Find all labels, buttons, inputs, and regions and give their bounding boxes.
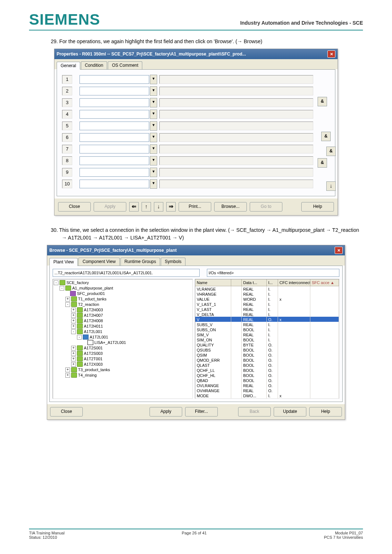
io-row[interactable]: VREALO.x [195, 317, 339, 322]
tree-item[interactable]: +T1_educt_tanks [54, 296, 192, 302]
io-row[interactable]: QCHF_HLBOOLO. [195, 373, 339, 378]
address-input[interactable] [79, 156, 149, 165]
dropdown-icon[interactable]: ▼ [150, 98, 157, 107]
tree-item[interactable]: SFC_product01 [54, 291, 192, 296]
nav-down-button[interactable]: ↓ [154, 202, 163, 212]
apply-button[interactable]: Apply [94, 202, 126, 212]
dropdown-icon[interactable]: ▼ [150, 75, 157, 84]
tree-item[interactable]: +A1T2S003 [54, 351, 192, 356]
tab-general[interactable]: General [57, 62, 80, 70]
value-input[interactable] [159, 110, 313, 119]
value-input[interactable] [159, 180, 313, 188]
expand-icon[interactable]: + [71, 357, 76, 361]
dropdown-icon[interactable]: ▼ [150, 121, 157, 131]
dropdown-icon[interactable]: ▼ [150, 86, 157, 96]
tree-item[interactable]: +A1T2H003 [54, 307, 192, 313]
io-row[interactable]: MODEDWO...I.x [195, 393, 339, 398]
and-button-3[interactable]: & [326, 147, 336, 156]
value-input[interactable] [159, 98, 313, 107]
expand-icon[interactable]: + [71, 351, 76, 356]
tree-item[interactable]: +T3_product_tanks [54, 367, 192, 373]
tab-oscomment[interactable]: OS Comment [108, 61, 142, 69]
goto-button[interactable]: Go to [250, 202, 282, 212]
expand-icon[interactable]: - [71, 329, 76, 334]
io-row[interactable]: VHRANGEREALI. [195, 291, 339, 296]
tree-item[interactable]: -A1_multipurpose_plant [54, 286, 192, 291]
and-button-1[interactable]: & [318, 97, 327, 106]
help-button[interactable]: Help [301, 202, 334, 212]
path-input[interactable]: ...T2_reaction\A1T2L001\\A1T2L001\LISA+_… [53, 269, 200, 277]
io-row[interactable]: QLASTBOOLO. [195, 362, 339, 368]
io-row[interactable]: SIM_VREALI. [195, 332, 339, 337]
expand-icon[interactable]: + [71, 319, 76, 323]
browse-apply-button[interactable]: Apply [150, 407, 182, 416]
io-row[interactable]: QUALITYBYTEO. [195, 342, 339, 347]
dropdown-icon[interactable]: ▼ [150, 110, 157, 119]
address-input[interactable] [79, 75, 149, 84]
tab-component-view[interactable]: Component View [78, 258, 119, 266]
tree-item[interactable]: +A1T2S001 [54, 345, 192, 351]
io-row[interactable]: VALUEWORDI.x [195, 296, 339, 301]
tree-item[interactable]: -A1T2L001 [54, 335, 192, 340]
value-input[interactable] [159, 87, 313, 95]
address-input[interactable] [79, 110, 149, 119]
io-row[interactable]: V_LAST_1REALI. [195, 301, 339, 307]
expand-icon[interactable]: + [71, 324, 76, 329]
io-row[interactable]: LAST_ONBOOLI [195, 398, 339, 399]
io-row[interactable]: QCHF_LLBOOLO. [195, 368, 339, 373]
address-input[interactable] [79, 145, 149, 153]
io-row[interactable]: V_DELTAREALI. [195, 312, 339, 317]
tree-item[interactable]: LISA+_A1T2L001 [54, 340, 192, 345]
tree-item[interactable]: +A1T2H008 [54, 318, 192, 324]
expand-icon[interactable]: + [71, 313, 76, 318]
expand-icon[interactable]: + [71, 362, 76, 367]
io-row[interactable]: OVLRANGEREALO. [195, 383, 339, 388]
io-row[interactable]: QBADBOOLO. [195, 378, 339, 383]
value-input[interactable] [159, 133, 313, 142]
io-row[interactable]: QSIMBOOLO. [195, 352, 339, 357]
expand-icon[interactable]: - [54, 280, 58, 285]
value-input[interactable] [159, 168, 313, 177]
tab-condition[interactable]: Condition [81, 61, 107, 69]
browse-close-icon[interactable]: ✕ [335, 247, 343, 254]
io-row[interactable]: SIM_ONBOOLI. [195, 337, 339, 342]
col-sfc[interactable]: SFC acce ▲ [310, 279, 339, 286]
tree-item[interactable]: -SCE_factory [54, 280, 192, 286]
expand-icon[interactable]: + [65, 368, 70, 372]
address-input[interactable] [79, 180, 149, 188]
expand-icon[interactable]: + [65, 297, 70, 301]
address-input[interactable] [79, 98, 149, 107]
col-spacer[interactable] [231, 279, 242, 286]
nav-up-button[interactable]: ↑ [142, 202, 151, 212]
address-input[interactable] [79, 168, 149, 177]
down-arrow-button[interactable]: ↓ [326, 181, 336, 191]
dropdown-icon[interactable]: ▼ [150, 133, 157, 142]
io-row[interactable]: OVHRANGEREALO. [195, 388, 339, 393]
close-button[interactable]: Close [58, 202, 91, 212]
update-button[interactable]: Update [274, 407, 306, 416]
and-button-4[interactable]: & [318, 158, 327, 168]
close-icon[interactable]: ✕ [327, 50, 335, 58]
back-button[interactable]: Back [238, 407, 271, 416]
expand-icon[interactable]: + [71, 308, 76, 312]
io-row[interactable]: SUBS_VREALI. [195, 322, 339, 327]
expand-icon[interactable]: + [71, 346, 76, 350]
nav-left-button[interactable]: ⇐ [129, 202, 139, 212]
browse-button[interactable]: Browse... [214, 202, 247, 212]
value-input[interactable] [159, 145, 313, 153]
browse-close-button[interactable]: Close [50, 407, 83, 416]
col-cfc[interactable]: CFC interconnection [278, 279, 310, 286]
col-datatype[interactable]: Data t... [242, 279, 267, 286]
dropdown-icon[interactable]: ▼ [150, 179, 157, 189]
expand-icon[interactable]: - [60, 286, 64, 291]
dropdown-icon[interactable]: ▼ [150, 156, 157, 165]
browse-help-button[interactable]: Help [309, 407, 342, 416]
and-button-2[interactable]: & [321, 132, 331, 141]
nav-right-button[interactable]: ⇒ [166, 202, 176, 212]
io-row[interactable]: VLRANGEREALI. [195, 286, 339, 291]
tree-item[interactable]: -T2_reaction [54, 302, 192, 307]
address-input[interactable] [79, 133, 149, 142]
dropdown-icon[interactable]: ▼ [150, 144, 157, 154]
tab-symbols[interactable]: Symbols [161, 258, 185, 266]
tab-plant-view[interactable]: Plant View [49, 258, 78, 266]
